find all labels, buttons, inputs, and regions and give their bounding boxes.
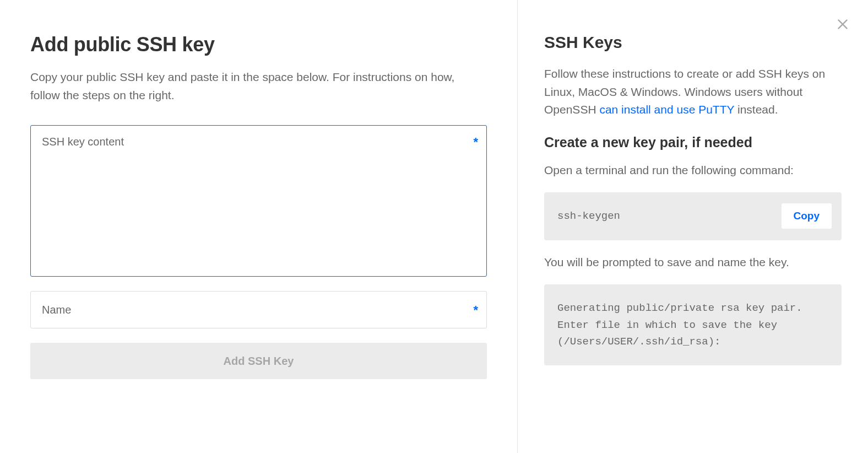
help-intro-text-2: instead. xyxy=(734,103,778,116)
name-field-wrap: * xyxy=(30,291,487,328)
code-text: Generating public/private rsa key pair. … xyxy=(557,302,809,348)
help-panel[interactable]: SSH Keys Follow these instructions to cr… xyxy=(518,0,868,453)
add-ssh-key-button[interactable]: Add SSH Key xyxy=(30,343,487,379)
page-description: Copy your public SSH key and paste it in… xyxy=(30,68,487,104)
page-title: Add public SSH key xyxy=(30,33,487,56)
name-input[interactable] xyxy=(30,291,487,328)
section-create-keypair-heading: Create a new key pair, if needed xyxy=(544,134,842,150)
form-panel: Add public SSH key Copy your public SSH … xyxy=(0,0,518,453)
ssh-content-textarea[interactable] xyxy=(30,125,487,277)
code-block-ssh-keygen: ssh-keygen Copy xyxy=(544,192,842,240)
close-button[interactable] xyxy=(835,17,850,32)
help-title: SSH Keys xyxy=(544,33,842,52)
copy-button[interactable]: Copy xyxy=(782,203,832,229)
section-prompt-desc: You will be prompted to save and name th… xyxy=(544,254,842,272)
putty-link[interactable]: can install and use PuTTY xyxy=(599,103,734,116)
code-text: ssh-keygen xyxy=(557,210,620,222)
code-block-output: Generating public/private rsa key pair. … xyxy=(544,284,842,365)
ssh-content-field-wrap: * xyxy=(30,125,487,279)
section-create-keypair-desc: Open a terminal and run the following co… xyxy=(544,161,842,180)
close-icon xyxy=(835,17,850,32)
help-intro: Follow these instructions to create or a… xyxy=(544,65,842,119)
